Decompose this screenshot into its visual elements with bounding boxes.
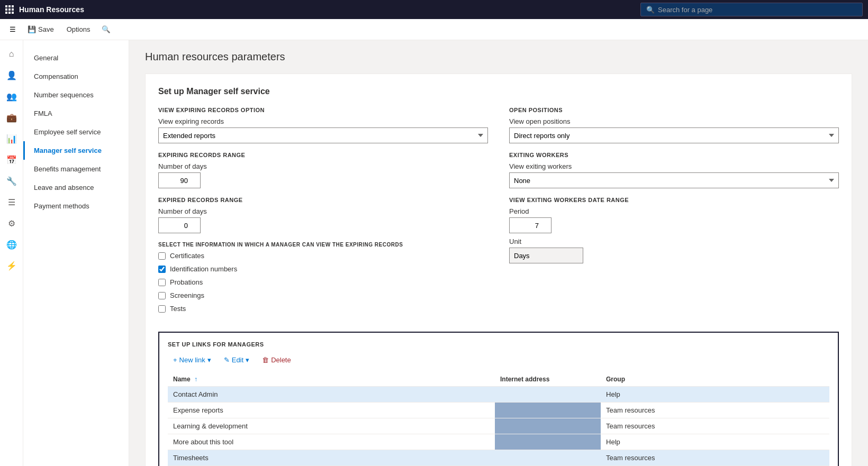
new-link-chevron-icon: ▾ bbox=[207, 356, 211, 364]
sidebar-item-employee-self-service[interactable]: Employee self service bbox=[23, 123, 129, 141]
num-days-expiring-label: Number of days bbox=[158, 162, 488, 170]
right-column: OPEN POSITIONS View open positions Direc… bbox=[509, 107, 839, 321]
checkbox-identification-numbers[interactable]: Identification numbers bbox=[158, 265, 488, 273]
person-nav-icon[interactable]: 👤 bbox=[2, 66, 21, 85]
chart-nav-icon[interactable]: 📊 bbox=[2, 129, 21, 148]
settings-nav-icon[interactable]: ⚙ bbox=[2, 214, 21, 233]
open-positions-section: OPEN POSITIONS View open positions Direc… bbox=[509, 107, 839, 143]
sidebar-item-leave-and-absence[interactable]: Leave and absence bbox=[23, 178, 129, 197]
checkbox-screenings[interactable]: Screenings bbox=[158, 291, 488, 299]
table-row[interactable]: Timesheets Team resources bbox=[168, 450, 829, 466]
sidebar-item-general[interactable]: General bbox=[23, 49, 129, 67]
form-container: Set up Manager self service VIEW EXPIRIN… bbox=[145, 74, 852, 466]
checkbox-certificates-input[interactable] bbox=[158, 252, 166, 260]
row-group-contact-admin: Help bbox=[601, 387, 829, 403]
row-internet-address-learning-development bbox=[495, 418, 601, 434]
view-open-select[interactable]: Direct reports only Extended reports Non… bbox=[509, 127, 839, 143]
checkbox-identification-numbers-input[interactable] bbox=[158, 266, 166, 273]
view-exiting-field-label: View exiting workers bbox=[509, 162, 839, 170]
view-open-field-label: View open positions bbox=[509, 117, 839, 125]
table-row[interactable]: Contact Admin Help bbox=[168, 387, 829, 403]
lightning-nav-icon[interactable]: ⚡ bbox=[2, 256, 21, 275]
period-input[interactable] bbox=[509, 217, 551, 233]
sort-arrow-icon: ↑ bbox=[194, 376, 197, 383]
app-title: Human Resources bbox=[19, 5, 84, 14]
select-info-label: SELECT THE INFORMATION IN WHICH A MANAGE… bbox=[158, 242, 488, 248]
section-title: Set up Manager self service bbox=[158, 87, 839, 96]
globe-nav-icon[interactable]: 🌐 bbox=[2, 235, 21, 254]
row-group-learning-development: Team resources bbox=[601, 418, 829, 434]
links-table-title: SET UP LINKS FOR MANAGERS bbox=[168, 341, 829, 348]
checkbox-screenings-input[interactable] bbox=[158, 292, 166, 299]
tools-nav-icon[interactable]: 🔧 bbox=[2, 171, 21, 190]
options-button[interactable]: Options bbox=[61, 23, 96, 35]
edit-chevron-icon: ▾ bbox=[246, 356, 249, 364]
checkbox-identification-numbers-label: Identification numbers bbox=[170, 265, 237, 273]
row-name-timesheets: Timesheets bbox=[168, 450, 495, 466]
view-exiting-select[interactable]: None Direct reports only Extended report… bbox=[509, 172, 839, 188]
row-name-contact-admin: Contact Admin bbox=[168, 387, 495, 403]
sidebar-item-manager-self-service[interactable]: Manager self service bbox=[23, 141, 129, 160]
search-bar[interactable]: 🔍 Search for a page bbox=[640, 3, 863, 16]
sidebar-item-fmla[interactable]: FMLA bbox=[23, 104, 129, 123]
row-name-more-about-tool: More about this tool bbox=[168, 434, 495, 450]
links-overlay: SET UP LINKS FOR MANAGERS + New link ▾ ✎… bbox=[158, 332, 839, 466]
home-nav-icon[interactable]: ⌂ bbox=[2, 44, 21, 63]
checkbox-certificates[interactable]: Certificates bbox=[158, 252, 488, 260]
hamburger-button[interactable]: ☰ bbox=[5, 23, 20, 35]
checkbox-probations[interactable]: Probations bbox=[158, 278, 488, 286]
toolbar-search-button[interactable]: 🔍 bbox=[97, 23, 115, 35]
exiting-workers-section-label: EXITING WORKERS bbox=[509, 152, 839, 158]
main-layout: ⌂ 👤 👥 💼 📊 📅 🔧 ☰ ⚙ 🌐 ⚡ General Compensati… bbox=[0, 40, 868, 466]
checkbox-tests-input[interactable] bbox=[158, 305, 166, 313]
view-expiring-field-label: View expiring records bbox=[158, 117, 488, 125]
checkbox-screenings-label: Screenings bbox=[170, 291, 204, 299]
nav-sidebar: General Compensation Number sequences FM… bbox=[23, 40, 129, 466]
row-group-timesheets: Team resources bbox=[601, 450, 829, 466]
sidebar-item-compensation[interactable]: Compensation bbox=[23, 67, 129, 86]
sidebar-item-number-sequences[interactable]: Number sequences bbox=[23, 86, 129, 104]
num-days-expired-input[interactable] bbox=[158, 217, 201, 233]
view-exiting-date-section: VIEW EXITING WORKERS DATE RANGE Period U… bbox=[509, 197, 839, 263]
briefcase-nav-icon[interactable]: 💼 bbox=[2, 108, 21, 127]
sidebar-item-benefits-management[interactable]: Benefits management bbox=[23, 160, 129, 178]
row-group-more-about-tool: Help bbox=[601, 434, 829, 450]
num-days-expiring-input[interactable] bbox=[158, 172, 201, 188]
form-grid: VIEW EXPIRING RECORDS OPTION View expiri… bbox=[158, 107, 839, 321]
exiting-workers-section: EXITING WORKERS View exiting workers Non… bbox=[509, 152, 839, 188]
new-link-button[interactable]: + New link ▾ bbox=[168, 354, 216, 366]
checkbox-tests[interactable]: Tests bbox=[158, 305, 488, 313]
view-expiring-select[interactable]: Extended reports Direct reports only Non… bbox=[158, 127, 488, 143]
select-info-section: SELECT THE INFORMATION IN WHICH A MANAGE… bbox=[158, 242, 488, 313]
col-name-header[interactable]: Name ↑ bbox=[168, 372, 495, 387]
checkbox-certificates-label: Certificates bbox=[170, 252, 204, 260]
row-internet-address-more-about-tool bbox=[495, 434, 601, 450]
edit-button[interactable]: ✎ Edit ▾ bbox=[219, 354, 255, 366]
table-row[interactable]: Expense reports Team resources bbox=[168, 403, 829, 418]
people-nav-icon[interactable]: 👥 bbox=[2, 87, 21, 106]
expiring-range-label: EXPIRING RECORDS RANGE bbox=[158, 152, 488, 158]
search-icon: 🔍 bbox=[646, 6, 655, 14]
row-name-learning-development: Learning & development bbox=[168, 418, 495, 434]
save-button[interactable]: 💾 Save bbox=[22, 23, 59, 35]
expiring-range-section: EXPIRING RECORDS RANGE Number of days bbox=[158, 152, 488, 188]
col-group-header[interactable]: Group bbox=[601, 372, 829, 387]
checkbox-probations-input[interactable] bbox=[158, 279, 166, 286]
search-placeholder: Search for a page bbox=[658, 6, 712, 14]
table-row[interactable]: More about this tool Help bbox=[168, 434, 829, 450]
unit-input bbox=[509, 248, 583, 263]
list-nav-icon[interactable]: ☰ bbox=[2, 193, 21, 212]
delete-button[interactable]: 🗑 Delete bbox=[257, 354, 296, 366]
sidebar-item-payment-methods[interactable]: Payment methods bbox=[23, 197, 129, 215]
col-internet-address-header[interactable]: Internet address bbox=[495, 372, 601, 387]
calendar-nav-icon[interactable]: 📅 bbox=[2, 150, 21, 169]
page-title: Human resources parameters bbox=[145, 51, 852, 63]
apps-grid-icon[interactable] bbox=[5, 5, 14, 14]
left-column: VIEW EXPIRING RECORDS OPTION View expiri… bbox=[158, 107, 488, 321]
num-days-expired-label: Number of days bbox=[158, 207, 488, 215]
table-row[interactable]: Learning & development Team resources bbox=[168, 418, 829, 434]
save-icon: 💾 bbox=[28, 25, 36, 33]
links-toolbar: + New link ▾ ✎ Edit ▾ 🗑 Delete bbox=[168, 354, 829, 366]
period-field-label: Period bbox=[509, 207, 839, 215]
row-group-expense-reports: Team resources bbox=[601, 403, 829, 418]
